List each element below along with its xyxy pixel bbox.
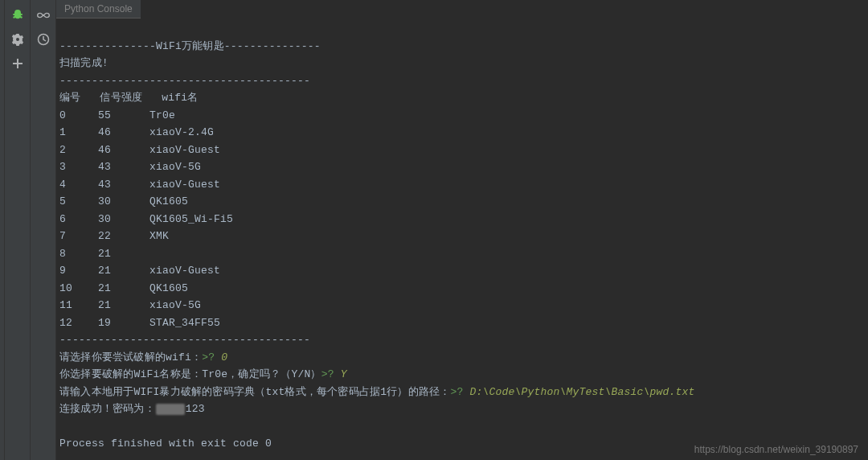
table-row: 6 30 QK1605_Wi-Fi5 — [59, 213, 233, 225]
divider-bottom: --------------------------------------- — [59, 334, 310, 346]
table-header: 编号 信号强度 wifi名 — [59, 92, 198, 104]
add-icon[interactable] — [10, 56, 25, 71]
wifi-table: 0 55 Tr0e 1 46 xiaoV-2.4G 2 46 xiaoV-Gue… — [59, 107, 865, 332]
console-output: ---------------WiFi万能钥匙--------------- 扫… — [56, 18, 868, 460]
prompt-confirm: 你选择要破解的WiFi名称是：Tr0e，确定吗？（Y/N）>? Y — [59, 368, 347, 380]
result-success: 连接成功！密码为：123 — [59, 403, 205, 415]
blank-line — [59, 421, 66, 433]
table-row: 9 21 xiaoV-Guest — [59, 265, 220, 277]
prompt-dict: 请输入本地用于WIFI暴力破解的密码字典（txt格式，每个密码占据1行）的路径：… — [59, 386, 694, 398]
divider: --------------------------------------- — [59, 75, 310, 87]
table-row: 1 46 xiaoV-2.4G — [59, 126, 214, 138]
table-row: 4 43 xiaoV-Guest — [59, 179, 220, 191]
infinity-icon[interactable] — [36, 8, 51, 23]
header-divider: ---------------WiFi万能钥匙--------------- — [59, 40, 321, 52]
table-row: 0 55 Tr0e — [59, 109, 175, 121]
table-row: 10 21 QK1605 — [59, 282, 188, 294]
history-icon[interactable] — [36, 32, 51, 47]
bug-icon[interactable] — [10, 8, 25, 23]
table-row: 2 46 xiaoV-Guest — [59, 144, 220, 156]
blurred-password — [156, 404, 185, 415]
console-area: Python Console ---------------WiFi万能钥匙--… — [56, 0, 868, 460]
settings-icon[interactable] — [10, 32, 25, 47]
table-row: 5 30 QK1605 — [59, 195, 188, 207]
console-tab[interactable]: Python Console — [56, 0, 141, 18]
table-row: 11 21 xiaoV-5G — [59, 299, 201, 311]
exit-code: Process finished with exit code 0 — [59, 437, 272, 450]
scan-complete: 扫描完成! — [59, 57, 108, 69]
table-row: 12 19 STAR_34FF55 — [59, 317, 220, 329]
prompt-select: 请选择你要尝试破解的wifi：>? 0 — [59, 351, 227, 363]
toolbar-primary — [5, 0, 31, 460]
table-row: 3 43 xiaoV-5G — [59, 161, 201, 173]
toolbar-secondary — [31, 0, 56, 460]
watermark: https://blog.csdn.net/weixin_39190897 — [694, 444, 858, 455]
table-row: 7 22 XMK — [59, 230, 169, 242]
table-row: 8 21 — [59, 248, 149, 260]
